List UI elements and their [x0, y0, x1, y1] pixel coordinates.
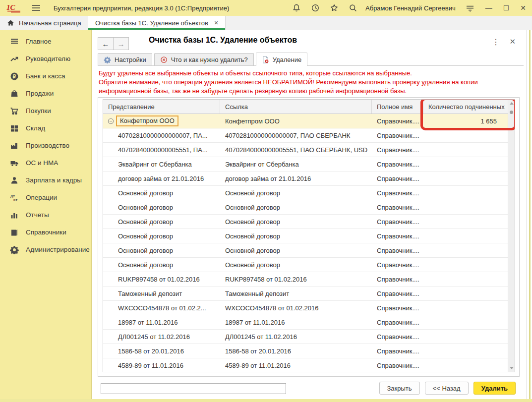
tab-deletion[interactable]: Удаление [256, 53, 308, 66]
tab-settings[interactable]: Настройки [98, 53, 152, 65]
sidebar-item-rukovoditelyu[interactable]: Руководителю [0, 50, 91, 67]
close-tab-icon[interactable]: × [214, 19, 218, 27]
back-step-button[interactable]: << Назад [425, 382, 469, 395]
sidebar-item-zarplata-i-kadry[interactable]: Зарплата и кадры [0, 172, 91, 189]
svg-text:1С: 1С [6, 3, 16, 11]
sidebar: ГлавноеРуководителю₽Банк и кассаПродажиП… [0, 30, 92, 399]
column-header-link[interactable]: Ссылка [220, 100, 372, 114]
presentation-text: WXCOCO454878 от 01.02.2... [118, 304, 206, 312]
table-row[interactable]: Основной договорОсновной договорСправочн… [103, 186, 515, 200]
sidebar-item-os-i-nma[interactable]: ОС и НМА [0, 154, 91, 172]
search-icon[interactable] [349, 3, 357, 12]
cell-full-name: Справочник.... [372, 172, 423, 185]
1c-logo-icon: 1С [6, 3, 22, 13]
table-row[interactable]: Основной договорОсновной договорСправочн… [103, 215, 515, 229]
maximize-button[interactable]: ☐ [503, 4, 510, 11]
table-row[interactable]: RUKP897458 от 01.02.2016RUKP897458 от 01… [103, 272, 515, 287]
progress-field[interactable] [101, 383, 286, 394]
close-form-icon[interactable]: ✕ [509, 37, 516, 46]
scroll-up-icon[interactable] [510, 102, 514, 105]
table-row[interactable]: ДЛ001245 от 11.02.2016ДЛ001245 от 11.02.… [103, 330, 515, 344]
tab-what-to-delete[interactable]: Что и как нужно удалить? [154, 53, 254, 65]
sidebar-item-label: Покупки [26, 107, 51, 115]
sidebar-item-label: Администрирование [26, 246, 90, 253]
table-row[interactable]: 1586-58 от 20.01.20161586-58 от 20.01.20… [103, 344, 515, 358]
settings-tab-icon [104, 56, 111, 63]
scrollbar-thumb[interactable] [510, 111, 513, 114]
table-scrollbar[interactable] [508, 100, 515, 372]
cell-presentation: договор займа от 21.01.2016 [103, 172, 220, 185]
table-row[interactable]: Основной договорОсновной договорСправочн… [103, 258, 515, 272]
cell-subordinate-count [423, 358, 502, 372]
forward-button[interactable]: → [113, 37, 129, 50]
minimize-button[interactable]: — [485, 4, 492, 11]
sidebar-item-label: Отчеты [26, 211, 49, 219]
sidebar-item-proizvodstvo[interactable]: Производство [0, 137, 91, 154]
table-row[interactable]: 4589-89 от 11.01.20164589-89 от 11.01.20… [103, 358, 515, 372]
doc-tab-label: Очистка базы 1С. Удаление объектов [95, 19, 208, 27]
main-menu-icon[interactable] [32, 4, 41, 11]
presentation-text: RUKP897458 от 01.02.2016 [118, 276, 200, 283]
presentation-text: Основной договор [118, 232, 173, 240]
tab-what-to-delete-label: Что и как нужно удалить? [171, 56, 248, 63]
sidebar-item-sklad[interactable]: Склад [0, 119, 91, 137]
column-header-presentation[interactable]: Представление [103, 100, 220, 114]
warehouse-icon [10, 124, 19, 133]
current-user-name[interactable]: Абрамов Геннадий Сергеевич [365, 4, 456, 12]
table-row[interactable]: Основной договорОсновной договорСправочн… [103, 200, 515, 215]
presentation-text: Основной договор [118, 247, 173, 254]
presentation-text: 4589-89 от 11.01.2016 [118, 362, 183, 369]
table-row[interactable]: 40702810000000000007, ПА...4070281000000… [103, 128, 515, 143]
footer-buttons: Закрыть << Назад Удалить [379, 382, 516, 395]
close-button[interactable]: Закрыть [379, 382, 420, 395]
cell-subordinate-count [423, 272, 502, 286]
table-row[interactable]: Основной договорОсновной договорСправочн… [103, 229, 515, 243]
history-clock-icon[interactable] [311, 3, 320, 12]
sidebar-item-prodazhi[interactable]: Продажи [0, 85, 91, 102]
tab-cleanup-document[interactable]: Очистка базы 1С. Удаление объектов × [88, 16, 226, 30]
sidebar-item-label: Банк и касса [26, 72, 65, 80]
presentation-text: 40702810000000000007, ПА... [118, 132, 208, 139]
column-header-full-name[interactable]: Полное имя [372, 100, 423, 114]
tab-deletion-label: Удаление [273, 56, 302, 63]
favorites-star-icon[interactable] [330, 3, 339, 12]
tab-home-page[interactable]: Начальная страница [0, 16, 88, 30]
sidebar-item-otchety[interactable]: Отчеты [0, 206, 91, 224]
table-row[interactable]: Конфетпром ОООКонфетпром ОООСправочник..… [103, 114, 515, 128]
sidebar-item-operacii[interactable]: ДтКтОперации [0, 189, 91, 206]
cell-link: Конфетпром ООО [220, 114, 372, 128]
collapse-icon[interactable] [108, 118, 114, 124]
table-row[interactable]: WXCOCO454878 от 01.02.2...WXCOCO454878 о… [103, 301, 515, 315]
sidebar-item-spravochniki[interactable]: Справочники [0, 224, 91, 241]
cell-presentation: 18987 от 11.01.2016 [103, 315, 220, 329]
factory-icon [10, 141, 19, 150]
cell-subordinate-count [423, 143, 502, 157]
sidebar-item-bank-i-kassa[interactable]: ₽Банк и касса [0, 67, 91, 85]
dt-kt-icon: ДтКт [10, 193, 19, 202]
sidebar-item-glavnoe[interactable]: Главное [0, 33, 91, 50]
sidebar-item-label: Производство [26, 142, 69, 149]
cell-link: WXCOCO454878 от 01.02.2016 [220, 301, 372, 315]
close-window-button[interactable]: ✕ [520, 4, 526, 11]
table-row[interactable]: Эквайринг от СбербанкаЭквайринг от Сберб… [103, 157, 515, 172]
more-menu-icon[interactable]: ⋮ [492, 37, 500, 47]
notifications-bell-icon[interactable] [292, 3, 301, 12]
scroll-down-icon[interactable] [510, 367, 514, 369]
presentation-text: Конфетпром ООО [116, 115, 178, 126]
warning-line-1: Будут удалены все выбранные объекты и об… [99, 69, 519, 78]
sidebar-item-administrirovanie[interactable]: Администрирование [0, 241, 91, 258]
table-row[interactable]: договор займа от 21.01.2016договор займа… [103, 172, 515, 186]
service-menu-icon[interactable] [466, 3, 474, 12]
table-row[interactable]: Таможенный депозитТаможенный депозитСпра… [103, 287, 515, 301]
delete-button[interactable]: Удалить [473, 382, 516, 395]
cell-presentation: Основной договор [103, 200, 220, 214]
cell-subordinate-count [423, 315, 502, 329]
column-header-subordinate-count[interactable]: Количество подчиненных [423, 100, 508, 114]
table-row[interactable]: 40702840000000005551, ПА...4070284000000… [103, 143, 515, 157]
table-row[interactable]: Основной договорОсновной договорСправочн… [103, 243, 515, 258]
table-row[interactable]: 18987 от 11.01.201618987 от 11.01.2016Сп… [103, 315, 515, 330]
sidebar-item-pokupki[interactable]: Покупки [0, 102, 91, 119]
cell-link: Основной договор [220, 229, 372, 243]
cell-subordinate-count [423, 200, 502, 214]
back-button[interactable]: ← [98, 37, 114, 50]
